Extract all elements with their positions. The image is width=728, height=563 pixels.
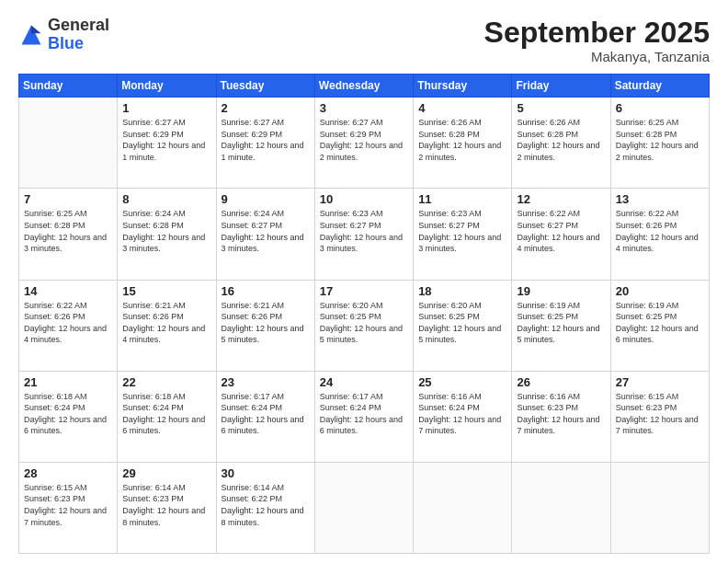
table-row: 29Sunrise: 6:14 AM Sunset: 6:23 PM Dayli… (118, 462, 216, 553)
header-wednesday: Wednesday (314, 75, 413, 98)
day-number: 15 (122, 284, 210, 298)
table-row (610, 462, 709, 553)
header-saturday: Saturday (610, 75, 709, 98)
table-row: 9Sunrise: 6:24 AM Sunset: 6:27 PM Daylig… (216, 189, 314, 280)
day-number: 30 (222, 466, 310, 480)
header-sunday: Sunday (19, 75, 118, 98)
day-info: Sunrise: 6:26 AM Sunset: 6:28 PM Dayligh… (517, 117, 605, 163)
day-info: Sunrise: 6:25 AM Sunset: 6:28 PM Dayligh… (24, 208, 112, 254)
header-monday: Monday (118, 75, 216, 98)
day-number: 24 (320, 375, 408, 389)
day-number: 22 (122, 375, 210, 389)
day-info: Sunrise: 6:22 AM Sunset: 6:26 PM Dayligh… (24, 300, 112, 346)
day-info: Sunrise: 6:15 AM Sunset: 6:23 PM Dayligh… (24, 482, 112, 528)
day-info: Sunrise: 6:23 AM Sunset: 6:27 PM Dayligh… (320, 208, 408, 254)
day-number: 10 (320, 192, 408, 206)
table-row: 21Sunrise: 6:18 AM Sunset: 6:24 PM Dayli… (19, 371, 118, 462)
day-number: 6 (616, 101, 704, 115)
day-number: 4 (418, 101, 506, 115)
day-number: 1 (122, 101, 210, 115)
day-info: Sunrise: 6:23 AM Sunset: 6:27 PM Dayligh… (418, 208, 506, 254)
day-info: Sunrise: 6:17 AM Sunset: 6:24 PM Dayligh… (222, 391, 310, 437)
day-info: Sunrise: 6:18 AM Sunset: 6:24 PM Dayligh… (24, 391, 112, 437)
month-title: September 2025 (484, 17, 710, 49)
day-info: Sunrise: 6:24 AM Sunset: 6:27 PM Dayligh… (222, 208, 310, 254)
table-row: 23Sunrise: 6:17 AM Sunset: 6:24 PM Dayli… (216, 371, 314, 462)
logo-blue: Blue (48, 34, 84, 52)
day-info: Sunrise: 6:15 AM Sunset: 6:23 PM Dayligh… (616, 391, 704, 437)
day-number: 14 (24, 284, 112, 298)
day-number: 7 (24, 192, 112, 206)
table-row: 8Sunrise: 6:24 AM Sunset: 6:28 PM Daylig… (118, 189, 216, 280)
table-row: 12Sunrise: 6:22 AM Sunset: 6:27 PM Dayli… (512, 189, 610, 280)
day-number: 25 (418, 375, 506, 389)
svg-marker-1 (31, 25, 41, 33)
table-row: 2Sunrise: 6:27 AM Sunset: 6:29 PM Daylig… (216, 98, 314, 189)
day-number: 23 (222, 375, 310, 389)
table-row: 14Sunrise: 6:22 AM Sunset: 6:26 PM Dayli… (19, 280, 118, 371)
day-number: 19 (517, 284, 605, 298)
day-number: 27 (616, 375, 704, 389)
day-info: Sunrise: 6:19 AM Sunset: 6:25 PM Dayligh… (616, 300, 704, 346)
table-row: 19Sunrise: 6:19 AM Sunset: 6:25 PM Dayli… (512, 280, 610, 371)
day-number: 13 (616, 192, 704, 206)
calendar-table: Sunday Monday Tuesday Wednesday Thursday… (18, 74, 710, 554)
day-number: 9 (222, 192, 310, 206)
day-info: Sunrise: 6:21 AM Sunset: 6:26 PM Dayligh… (122, 300, 210, 346)
table-row: 3Sunrise: 6:27 AM Sunset: 6:29 PM Daylig… (314, 98, 413, 189)
title-block: September 2025 Makanya, Tanzania (484, 17, 710, 64)
table-row: 25Sunrise: 6:16 AM Sunset: 6:24 PM Dayli… (414, 371, 512, 462)
table-row: 10Sunrise: 6:23 AM Sunset: 6:27 PM Dayli… (314, 189, 413, 280)
day-info: Sunrise: 6:21 AM Sunset: 6:26 PM Dayligh… (222, 300, 310, 346)
day-number: 11 (418, 192, 506, 206)
day-number: 18 (418, 284, 506, 298)
day-number: 8 (122, 192, 210, 206)
table-row: 13Sunrise: 6:22 AM Sunset: 6:26 PM Dayli… (610, 189, 709, 280)
day-number: 2 (222, 101, 310, 115)
day-info: Sunrise: 6:20 AM Sunset: 6:25 PM Dayligh… (320, 300, 408, 346)
header-friday: Friday (512, 75, 610, 98)
table-row: 24Sunrise: 6:17 AM Sunset: 6:24 PM Dayli… (314, 371, 413, 462)
day-info: Sunrise: 6:24 AM Sunset: 6:28 PM Dayligh… (122, 208, 210, 254)
table-row: 6Sunrise: 6:25 AM Sunset: 6:28 PM Daylig… (610, 98, 709, 189)
day-info: Sunrise: 6:14 AM Sunset: 6:22 PM Dayligh… (222, 482, 310, 528)
table-row (19, 98, 118, 189)
day-info: Sunrise: 6:18 AM Sunset: 6:24 PM Dayligh… (122, 391, 210, 437)
table-row (314, 462, 413, 553)
day-info: Sunrise: 6:17 AM Sunset: 6:24 PM Dayligh… (320, 391, 408, 437)
day-number: 12 (517, 192, 605, 206)
day-info: Sunrise: 6:20 AM Sunset: 6:25 PM Dayligh… (418, 300, 506, 346)
day-number: 5 (517, 101, 605, 115)
table-row: 11Sunrise: 6:23 AM Sunset: 6:27 PM Dayli… (414, 189, 512, 280)
day-number: 20 (616, 284, 704, 298)
header-thursday: Thursday (414, 75, 512, 98)
day-info: Sunrise: 6:16 AM Sunset: 6:24 PM Dayligh… (418, 391, 506, 437)
logo-icon (18, 22, 44, 48)
table-row: 20Sunrise: 6:19 AM Sunset: 6:25 PM Dayli… (610, 280, 709, 371)
table-row: 1Sunrise: 6:27 AM Sunset: 6:29 PM Daylig… (118, 98, 216, 189)
logo-general: General (48, 16, 109, 34)
table-row (414, 462, 512, 553)
table-row: 5Sunrise: 6:26 AM Sunset: 6:28 PM Daylig… (512, 98, 610, 189)
day-number: 21 (24, 375, 112, 389)
day-info: Sunrise: 6:27 AM Sunset: 6:29 PM Dayligh… (320, 117, 408, 163)
table-row: 27Sunrise: 6:15 AM Sunset: 6:23 PM Dayli… (610, 371, 709, 462)
table-row: 26Sunrise: 6:16 AM Sunset: 6:23 PM Dayli… (512, 371, 610, 462)
day-number: 29 (122, 466, 210, 480)
day-info: Sunrise: 6:27 AM Sunset: 6:29 PM Dayligh… (122, 117, 210, 163)
table-row: 16Sunrise: 6:21 AM Sunset: 6:26 PM Dayli… (216, 280, 314, 371)
day-number: 16 (222, 284, 310, 298)
location-subtitle: Makanya, Tanzania (484, 49, 710, 64)
day-number: 3 (320, 101, 408, 115)
day-number: 28 (24, 466, 112, 480)
weekday-header-row: Sunday Monday Tuesday Wednesday Thursday… (19, 75, 710, 98)
table-row: 28Sunrise: 6:15 AM Sunset: 6:23 PM Dayli… (19, 462, 118, 553)
day-number: 17 (320, 284, 408, 298)
table-row (512, 462, 610, 553)
header-tuesday: Tuesday (216, 75, 314, 98)
table-row: 17Sunrise: 6:20 AM Sunset: 6:25 PM Dayli… (314, 280, 413, 371)
day-info: Sunrise: 6:14 AM Sunset: 6:23 PM Dayligh… (122, 482, 210, 528)
table-row: 22Sunrise: 6:18 AM Sunset: 6:24 PM Dayli… (118, 371, 216, 462)
logo-text: General Blue (48, 17, 109, 53)
table-row: 4Sunrise: 6:26 AM Sunset: 6:28 PM Daylig… (414, 98, 512, 189)
